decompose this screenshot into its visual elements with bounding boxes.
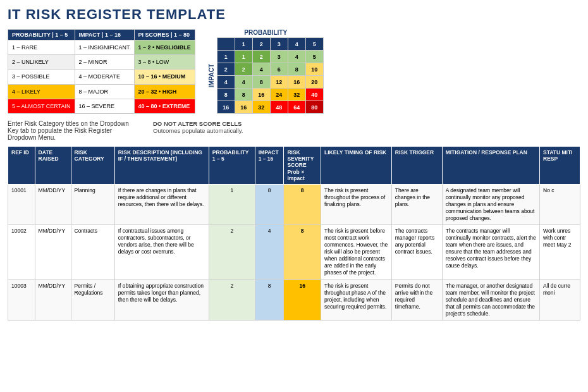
matrix-row: 112345 bbox=[217, 51, 323, 63]
matrix-grid: 1234511234522468104481216208816243240161… bbox=[217, 37, 324, 114]
matrix-impact-header: 1 bbox=[217, 51, 235, 63]
matrix-row: 2246810 bbox=[217, 63, 323, 76]
info-left-text: Enter Risk Category titles on the Dropdo… bbox=[8, 120, 134, 141]
th-ref-id: REF ID bbox=[8, 147, 35, 185]
legend-impact-cell: 2 – MINOR bbox=[75, 55, 134, 70]
legend-impact-cell: 16 – SEVERE bbox=[75, 99, 134, 113]
status-cell: Work unres with contr meet May 2 bbox=[540, 225, 580, 279]
risk-trigger-cell: Permits do not arrive within the require… bbox=[391, 279, 442, 320]
date-raised-cell: MM/DD/YY bbox=[35, 225, 71, 279]
legend-impact-cell: 1 – INSIGNIFICANT bbox=[75, 40, 134, 55]
table-row: 10003MM/DD/YYPermits / RegulationsIf obt… bbox=[8, 279, 580, 320]
risk-trigger-cell: The contracts manager reports any potent… bbox=[391, 225, 442, 279]
matrix-cell: 20 bbox=[305, 76, 323, 89]
legend-score-cell: 1 – 2 • NEGLIGIBLE bbox=[134, 40, 195, 55]
matrix-impact-header: 16 bbox=[217, 101, 235, 114]
matrix-col-header: 3 bbox=[270, 38, 288, 51]
likely-timing-cell: The risk is present before most contract… bbox=[321, 225, 391, 279]
matrix-cell: 32 bbox=[252, 101, 270, 114]
legend-row: 3 – POSSIBLE4 – MODERATE10 – 16 • MEDIUM bbox=[8, 70, 195, 84]
matrix-impact-header: 4 bbox=[217, 76, 235, 89]
info-section: Enter Risk Category titles on the Dropdo… bbox=[8, 120, 580, 141]
matrix-cell: 80 bbox=[305, 101, 323, 114]
matrix-cell: 1 bbox=[235, 51, 252, 63]
matrix-cell: 32 bbox=[288, 89, 305, 101]
th-probability: PROBABILITY 1 – 5 bbox=[209, 147, 255, 185]
probability-cell: 1 bbox=[209, 184, 255, 224]
legend-prob-cell: 4 – LIKELY bbox=[8, 84, 75, 99]
th-likely-timing: LIKELY TIMING OF RISK bbox=[321, 147, 391, 185]
ref-id-cell: 10003 bbox=[8, 279, 35, 320]
legend-prob-cell: 3 – POSSIBLE bbox=[8, 70, 75, 84]
date-raised-cell: MM/DD/YY bbox=[35, 184, 71, 224]
matrix-cell: 8 bbox=[288, 63, 305, 76]
legend-score-cell: 20 – 32 • HIGH bbox=[134, 84, 195, 99]
matrix-cell: 2 bbox=[235, 63, 252, 76]
legend-score-cell: 10 – 16 • MEDIUM bbox=[134, 70, 195, 84]
probability-cell: 2 bbox=[209, 279, 255, 320]
page-title: IT RISK REGISTER TEMPLATE bbox=[8, 6, 580, 23]
legend-row: 5 – ALMOST CERTAIN16 – SEVERE40 – 80 • E… bbox=[8, 99, 195, 113]
matrix-cell: 2 bbox=[252, 51, 270, 63]
legend-header-score: PI SCORES | 1 – 80 bbox=[134, 30, 195, 40]
legend-header-impact: IMPACT | 1 – 16 bbox=[75, 30, 134, 40]
matrix-cell: 5 bbox=[305, 51, 323, 63]
probability-cell: 2 bbox=[209, 225, 255, 279]
risk-severity-cell: 16 bbox=[284, 279, 321, 320]
risk-description-cell: If there are changes in plans that requi… bbox=[114, 184, 209, 224]
legend-impact-cell: 8 – MAJOR bbox=[75, 84, 134, 99]
impact-cell: 8 bbox=[255, 184, 284, 224]
register-table: REF ID DATE RAISED RISK CATEGORY RISK DE… bbox=[8, 146, 580, 321]
legend-row: 2 – UNLIKELY2 – MINOR3 – 8 • LOW bbox=[8, 55, 195, 70]
matrix-cell: 64 bbox=[288, 101, 305, 114]
risk-description-cell: If obtaining appropriate construction pe… bbox=[114, 279, 209, 320]
mitigation-cell: The manager, or another designated team … bbox=[442, 279, 539, 320]
matrix-cell: 6 bbox=[270, 63, 288, 76]
likely-timing-cell: The risk is present throughout phase A o… bbox=[321, 279, 391, 320]
th-risk-category: RISK CATEGORY bbox=[71, 147, 114, 185]
matrix-row: 8816243240 bbox=[217, 89, 323, 101]
date-raised-cell: MM/DD/YY bbox=[35, 279, 71, 320]
matrix-cell: 4 bbox=[288, 51, 305, 63]
th-impact: IMPACT 1 – 16 bbox=[255, 147, 284, 185]
matrix-cell: 4 bbox=[252, 63, 270, 76]
ref-id-cell: 10001 bbox=[8, 184, 35, 224]
impact-cell: 8 bbox=[255, 279, 284, 320]
matrix-col-header: 1 bbox=[235, 38, 252, 51]
matrix-col-header: 5 bbox=[305, 38, 323, 51]
legend-header-prob: PROBABILITY | 1 – 5 bbox=[8, 30, 75, 40]
matrix-cell: 10 bbox=[305, 63, 323, 76]
status-cell: All de curre moni bbox=[540, 279, 580, 320]
matrix-cell: 40 bbox=[305, 89, 323, 101]
legend-prob-cell: 5 – ALMOST CERTAIN bbox=[8, 99, 75, 113]
risk-category-cell: Contracts bbox=[71, 225, 114, 279]
ref-id-cell: 10002 bbox=[8, 225, 35, 279]
th-risk-description: RISK DESCRIPTION (INCLUDING IF / THEN ST… bbox=[114, 147, 209, 185]
legend-row: 1 – RARE1 – INSIGNIFICANT1 – 2 • NEGLIGI… bbox=[8, 40, 195, 55]
table-row: 10001MM/DD/YYPlanningIf there are change… bbox=[8, 184, 580, 224]
matrix-row: 161632486480 bbox=[217, 101, 323, 114]
matrix-cell: 4 bbox=[235, 76, 252, 89]
likely-timing-cell: The risk is present throughout the proce… bbox=[321, 184, 391, 224]
matrix-cell: 16 bbox=[252, 89, 270, 101]
matrix-impact-header: 2 bbox=[217, 63, 235, 76]
th-risk-trigger: RISK TRIGGER bbox=[391, 147, 442, 185]
matrix-cell: 16 bbox=[235, 101, 252, 114]
impact-cell: 4 bbox=[255, 225, 284, 279]
risk-description-cell: If contractual issues among contractors,… bbox=[114, 225, 209, 279]
matrix-cell: 8 bbox=[252, 76, 270, 89]
legend-row: 4 – LIKELY8 – MAJOR20 – 32 • HIGH bbox=[8, 84, 195, 99]
th-mitigation: MITIGATION / RESPONSE PLAN bbox=[442, 147, 539, 185]
matrix-row: 448121620 bbox=[217, 76, 323, 89]
matrix-cell: 12 bbox=[270, 76, 288, 89]
risk-category-cell: Permits / Regulations bbox=[71, 279, 114, 320]
th-risk-severity: RISK SEVERITY SCORE Prob × Impact bbox=[284, 147, 321, 185]
impact-label: IMPACT bbox=[208, 64, 215, 88]
risk-severity-cell: 8 bbox=[284, 225, 321, 279]
table-row: 10002MM/DD/YYContractsIf contractual iss… bbox=[8, 225, 580, 279]
legend-score-cell: 3 – 8 • LOW bbox=[134, 55, 195, 70]
legend-prob-cell: 2 – UNLIKELY bbox=[8, 55, 75, 70]
mitigation-cell: A designated team member will continuall… bbox=[442, 184, 539, 224]
mitigation-cell: The contracts manager will continually m… bbox=[442, 225, 539, 279]
legend-prob-cell: 1 – RARE bbox=[8, 40, 75, 55]
